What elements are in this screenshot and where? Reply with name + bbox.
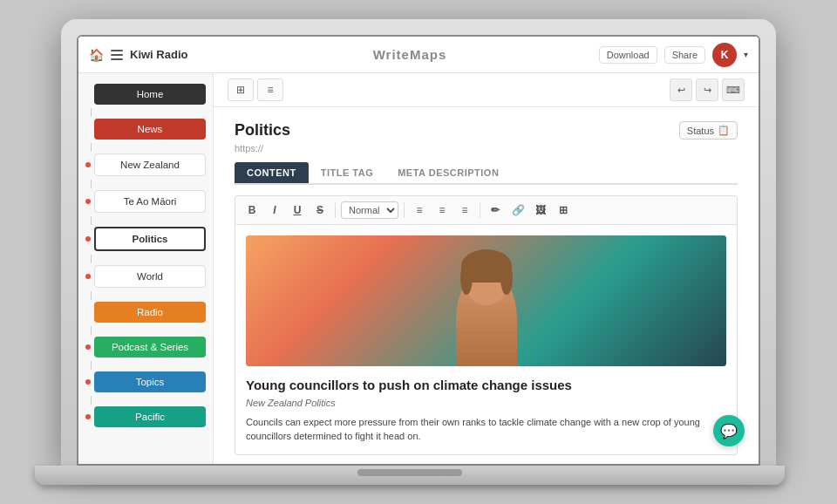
topbar-left: 🏠 Kiwi Radio (89, 48, 246, 62)
connector (91, 291, 92, 300)
status-label: Status (687, 126, 714, 136)
tab-content[interactable]: CONTENT (235, 162, 309, 183)
sidebar-dot-teao (85, 199, 91, 204)
download-button[interactable]: Download (599, 46, 657, 64)
sidebar-item-world[interactable]: World (94, 265, 206, 288)
connector (91, 326, 92, 335)
pencil-button[interactable]: ✏ (486, 201, 505, 220)
article-headline: Young councillors to push on climate cha… (246, 377, 726, 394)
content-area: ⊞ ≡ ↩ ↪ ⌨ Politics (214, 73, 759, 464)
format-select[interactable]: Normal H1 H2 H3 (341, 201, 398, 219)
image-button[interactable]: 🖼 (531, 201, 550, 220)
sidebar-item-politics[interactable]: Politics (94, 227, 206, 251)
toolbar-right: ↩ ↪ ⌨ (670, 78, 745, 101)
connector (91, 108, 92, 117)
article-image (246, 235, 726, 366)
sidebar-item-nz-wrap: New Zealand (78, 152, 213, 178)
sidebar-dot-nz (85, 162, 91, 167)
status-button[interactable]: Status 📋 (679, 121, 738, 140)
sidebar-item-news-wrap: News (78, 117, 213, 141)
strikethrough-button[interactable]: S (310, 201, 330, 220)
underline-button[interactable]: U (288, 201, 307, 220)
chevron-down-icon[interactable]: ▾ (744, 50, 748, 59)
app-name: Kiwi Radio (130, 48, 187, 61)
sidebar-item-nz[interactable]: New Zealand (94, 153, 206, 176)
sidebar-item-podcast-wrap: Podcast & Series (78, 335, 213, 359)
view-list-button[interactable]: ≡ (257, 78, 283, 101)
align-button[interactable]: ≡ (455, 201, 474, 220)
article-body: Councils can expect more pressure from t… (246, 415, 726, 444)
connector (91, 361, 92, 370)
tab-title-tag[interactable]: TITLE TAG (309, 162, 386, 183)
article-byline: New Zealand Politics (246, 398, 726, 408)
connector (91, 255, 92, 263)
connector (91, 180, 92, 188)
page-url: https:// (235, 143, 738, 153)
sidebar-item-home[interactable]: Home (94, 84, 206, 105)
sidebar-item-pacific[interactable]: Pacific (94, 406, 206, 427)
sidebar-item-home-wrap: Home (78, 82, 213, 106)
toolbar-left: ⊞ ≡ (228, 78, 283, 101)
content-box[interactable]: Young councillors to push on climate cha… (235, 224, 738, 455)
keyboard-button[interactable]: ⌨ (722, 78, 745, 101)
sidebar-item-topics[interactable]: Topics (94, 371, 206, 392)
laptop-base (35, 466, 785, 485)
topbar-right: Download Share K ▾ (574, 43, 748, 67)
editor-tabs: CONTENT TITLE TAG META DESCRIPTION (235, 162, 738, 185)
avatar[interactable]: K (712, 43, 737, 67)
sidebar-item-podcast[interactable]: Podcast & Series (94, 337, 206, 358)
sidebar: Home News New Zealand (78, 73, 214, 464)
bold-button[interactable]: B (242, 201, 262, 220)
link-button[interactable]: 🔗 (508, 201, 527, 220)
sidebar-dot-topics (85, 379, 91, 385)
page-title: Politics (235, 121, 290, 140)
toolbar-row: ⊞ ≡ ↩ ↪ ⌨ (214, 73, 759, 107)
sidebar-dot-podcast (85, 344, 91, 350)
italic-button[interactable]: I (265, 201, 284, 220)
status-icon: 📋 (718, 125, 730, 136)
connector (91, 143, 92, 152)
sidebar-item-teao-wrap: Te Ao Māori (78, 188, 213, 215)
sidebar-item-politics-wrap: Politics (78, 225, 213, 253)
share-button[interactable]: Share (664, 46, 705, 64)
unordered-list-button[interactable]: ≡ (410, 201, 429, 220)
divider (335, 202, 336, 218)
chat-bubble-button[interactable]: 💬 (713, 415, 745, 446)
redo-button[interactable]: ↪ (696, 78, 718, 101)
sidebar-item-news[interactable]: News (94, 119, 206, 140)
sidebar-item-topics-wrap: Topics (78, 370, 213, 394)
view-tree-button[interactable]: ⊞ (228, 78, 254, 101)
tab-meta-description[interactable]: META DESCRIPTION (385, 162, 511, 183)
page-editor: Politics Status 📋 https:// CONTENT TI (214, 107, 759, 464)
table-button[interactable]: ⊞ (554, 201, 573, 220)
connector (91, 396, 92, 405)
connector (91, 216, 92, 225)
sidebar-dot-pacific (85, 414, 91, 419)
brand-name: WriteMaps (246, 47, 574, 62)
ordered-list-button[interactable]: ≡ (432, 201, 452, 220)
page-header: Politics Status 📋 (235, 121, 738, 140)
home-icon[interactable]: 🏠 (89, 48, 104, 62)
menu-icon[interactable] (111, 50, 123, 60)
sidebar-item-radio[interactable]: Radio (94, 302, 206, 323)
main-layout: Home News New Zealand (78, 73, 759, 464)
rte-toolbar: B I U S Normal H1 H2 H3 (235, 195, 738, 224)
sidebar-item-teao[interactable]: Te Ao Māori (94, 190, 206, 213)
sidebar-dot-world (85, 274, 91, 279)
divider (404, 202, 405, 218)
sidebar-item-radio-wrap: Radio (78, 300, 213, 324)
sidebar-item-pacific-wrap: Pacific (78, 405, 213, 429)
divider (480, 202, 480, 218)
sidebar-item-world-wrap: World (78, 263, 213, 289)
undo-button[interactable]: ↩ (670, 78, 692, 101)
topbar: 🏠 Kiwi Radio WriteMaps Download Share K … (78, 37, 759, 73)
sidebar-dot-politics (85, 236, 91, 242)
